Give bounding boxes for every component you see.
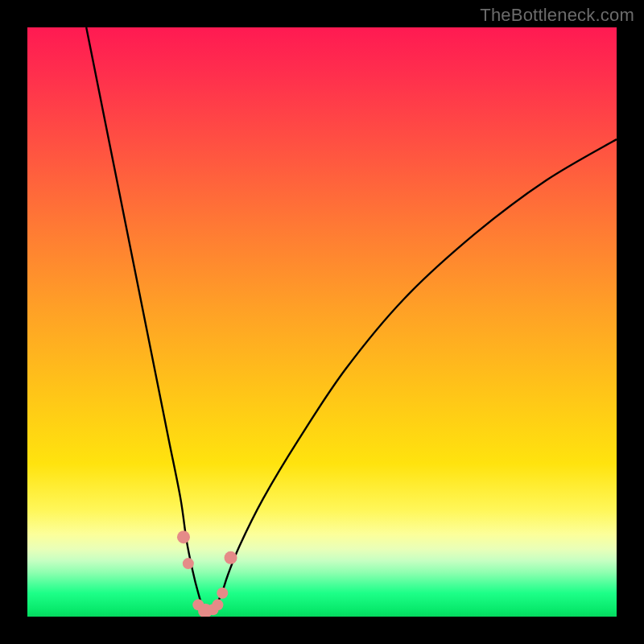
curve-marker bbox=[183, 558, 194, 569]
watermark-text: TheBottleneck.com bbox=[480, 5, 634, 26]
chart-frame: TheBottleneck.com bbox=[0, 0, 644, 644]
v-curve bbox=[86, 27, 617, 613]
curve-marker bbox=[212, 599, 223, 610]
curve-layer bbox=[27, 27, 617, 617]
curve-marker bbox=[177, 530, 190, 543]
v-curve-path bbox=[86, 27, 617, 613]
curve-marker bbox=[225, 551, 237, 564]
curve-marker bbox=[217, 588, 228, 599]
plot-area bbox=[27, 27, 617, 617]
